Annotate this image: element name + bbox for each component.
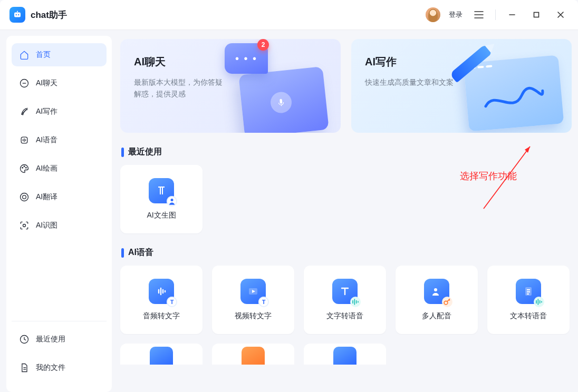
svg-rect-14 [280,99,282,104]
sidebar-item-home[interactable]: 首页 [12,43,107,66]
login-link[interactable]: 登录 [449,10,463,19]
tile-ai-text-to-image[interactable]: AI文生图 [120,165,203,233]
tile-label: AI文生图 [147,211,176,220]
svg-point-1 [16,14,17,15]
sidebar-item-files[interactable]: 我的文件 [12,356,107,379]
maximize-icon[interactable] [528,7,544,23]
peek-icon [333,347,357,365]
svg-point-15 [171,199,174,201]
sidebar-item-label: 首页 [36,50,51,60]
svg-point-10 [21,193,28,201]
avatar[interactable] [426,7,440,22]
svg-point-12 [23,224,26,227]
section-bar [121,148,124,157]
app-title: chat助手 [31,9,67,21]
voice-icon [19,135,30,145]
svg-point-17 [434,288,437,291]
file-icon [19,362,30,373]
svg-rect-3 [17,11,18,13]
feather-icon [19,106,30,117]
people-icon [424,279,449,304]
home-icon [19,50,30,60]
sidebar-item-label: AI绘画 [36,164,57,173]
sidebar-item-label: AI语音 [36,135,57,145]
video-icon: T [240,279,266,304]
svg-point-8 [24,166,25,167]
peek-row [120,344,572,365]
hero-art-write [461,50,566,129]
menu-icon[interactable] [471,7,487,23]
palette-icon [19,163,30,174]
svg-point-11 [23,195,26,199]
sidebar-item-write[interactable]: AI写作 [12,100,107,123]
section-head-recent: 最近使用 [121,146,572,158]
audio-icon: T [149,279,174,304]
scan-icon [19,220,30,231]
peek-icon [242,347,265,365]
app-logo [9,7,25,23]
svg-point-9 [26,168,27,169]
svg-point-7 [22,168,23,169]
sidebar-item-label: 我的文件 [36,363,65,373]
sub-badge-t: T [258,297,269,307]
section-title: AI语音 [128,247,153,258]
content: AI聊天 最新版本大模型，为你答疑解惑，提供灵感 2 AI写作 快速生成高质量文… [112,30,578,392]
sub-badge-t: T [167,297,177,307]
chat-icon [19,78,30,89]
sidebar: 首页 AI聊天 AI写作 AI语音 AI绘画 AI翻译 AI识图 [6,36,112,392]
close-icon[interactable] [553,7,569,23]
svg-point-18 [444,301,448,305]
peek-icon [150,347,173,365]
text-image-icon [149,178,174,203]
sidebar-item-label: AI聊天 [36,79,57,88]
tile-peek[interactable] [120,344,203,365]
tile-video-to-text[interactable]: T 视频转文字 [212,266,294,334]
sidebar-item-voice[interactable]: AI语音 [12,129,107,152]
sidebar-item-translate[interactable]: AI翻译 [12,185,107,209]
sub-badge-key [442,297,452,307]
section-title: 最近使用 [128,146,162,158]
tile-label: 文本转语音 [510,311,547,321]
translate-icon [19,192,30,202]
divider [495,9,496,20]
tile-peek[interactable] [212,344,294,365]
sidebar-item-label: AI写作 [36,107,57,116]
sidebar-item-label: AI翻译 [36,192,57,202]
hero-desc: 快速生成高质量文章和文案 [365,76,455,88]
tile-label: 音频转文字 [143,311,180,321]
history-icon [19,334,30,345]
sub-badge-wave [350,297,361,307]
section-bar [121,248,124,258]
hero-desc: 最新版本大模型，为你答疑解惑，提供灵感 [134,76,224,100]
tile-text-to-speech[interactable]: 文字转语音 [304,266,386,334]
notification-badge: 2 [257,39,269,51]
sidebar-item-recognize[interactable]: AI识图 [12,214,107,237]
titlebar: chat助手 登录 [0,0,578,30]
tile-text-to-voice[interactable]: 文本转语音 [487,266,570,334]
tile-label: 文字转语音 [326,311,363,321]
sidebar-item-label: 最近使用 [36,335,65,344]
hero-art-chat: 2 [230,50,335,129]
svg-rect-0 [14,13,21,17]
tile-label: 视频转文字 [235,311,272,321]
sub-badge-icon [167,196,177,207]
hero-card-chat[interactable]: AI聊天 最新版本大模型，为你答疑解惑，提供灵感 2 [120,39,341,133]
svg-point-2 [18,14,19,15]
sub-badge-wave [534,297,544,307]
text-icon [332,279,358,304]
tile-label: 多人配音 [422,311,451,321]
sidebar-item-label: AI识图 [36,221,57,230]
tile-peek[interactable] [304,344,386,365]
sidebar-item-recent[interactable]: 最近使用 [12,328,107,351]
tile-audio-to-text[interactable]: T 音频转文字 [120,266,203,334]
section-head-voice: AI语音 [121,247,572,258]
sidebar-item-chat[interactable]: AI聊天 [12,72,107,95]
hero-card-write[interactable]: AI写作 快速生成高质量文章和文案 [351,39,572,133]
minimize-icon[interactable] [504,7,520,23]
sidebar-item-paint[interactable]: AI绘画 [12,157,107,180]
svg-rect-4 [534,13,539,17]
doc-icon [516,279,541,304]
tile-multi-dub[interactable]: 多人配音 [396,266,478,334]
